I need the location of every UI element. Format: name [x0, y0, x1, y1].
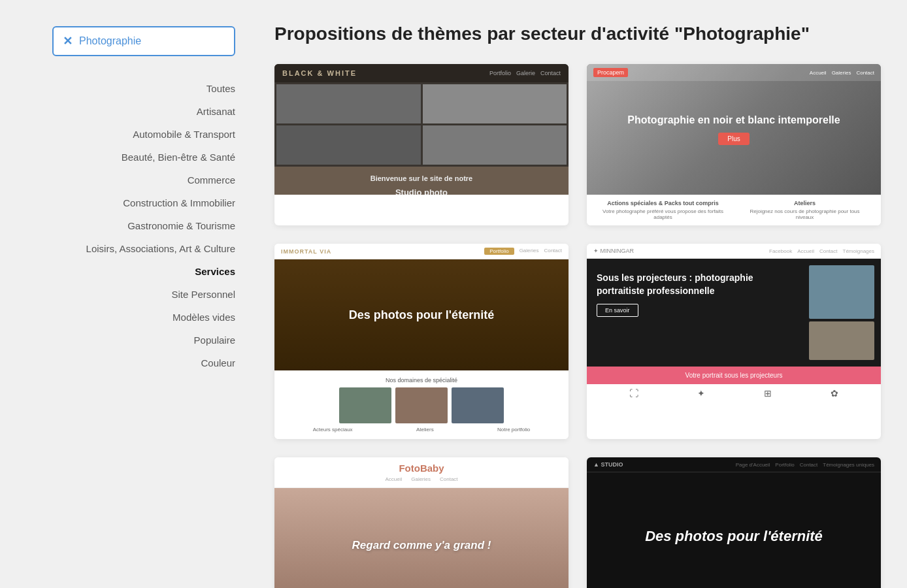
search-value: Photographie: [79, 35, 141, 47]
card2-bottom: Actions spéciales & Packs tout compris V…: [587, 195, 881, 225]
card4-portrait1: [809, 265, 874, 319]
theme-card-6[interactable]: ▲ STUDIO Page d'Accueil Portfolio Contac…: [587, 457, 881, 588]
card5-header: FotoBaby Accueil Galeries Contact: [274, 457, 569, 488]
theme-card-3[interactable]: IMMORTAL VIA Portfolio Galeries Contact …: [274, 244, 569, 439]
card3-thumb2: [395, 387, 448, 423]
card1-header: BLACK & WHITE Portfolio Galerie Contact: [274, 64, 569, 82]
theme-card-1[interactable]: BLACK & WHITE Portfolio Galerie Contact: [274, 64, 569, 225]
card2-col1: Actions spéciales & Packs tout compris V…: [599, 200, 727, 220]
card3-title: Des photos pour l'éternité: [349, 308, 494, 321]
nav-item-construction[interactable]: Construction & Immobilier: [52, 191, 235, 214]
card2-nav: Accueil Galeries Contact: [810, 70, 874, 76]
card3-bottom: Nos domaines de spécialité Acteurs spéci…: [274, 370, 569, 439]
card3-subtitle: Nos domaines de spécialité: [281, 377, 562, 384]
nav-item-commerce[interactable]: Commerce: [52, 169, 235, 191]
card2-cta: Plus: [718, 133, 749, 145]
card1-nav: Portfolio Galerie Contact: [489, 70, 561, 76]
card2-header: Procapem Accueil Galeries Contact: [587, 64, 881, 81]
theme-card-5[interactable]: FotoBaby Accueil Galeries Contact Regard…: [274, 457, 569, 588]
card3-thumb1: [339, 387, 391, 423]
card4-icon3: ⊞: [764, 388, 772, 399]
card4-nav: Facebook Accueil Contact Témoignages: [769, 248, 874, 254]
card6-nav: Page d'Accueil Portfolio Contact Témoign…: [736, 462, 874, 468]
theme-card-4[interactable]: ✦ MINNINGAR Facebook Accueil Contact Tém…: [587, 244, 881, 439]
card4-portrait2: [809, 321, 874, 360]
thumb3: [276, 125, 421, 165]
card3-preview: Des photos pour l'éternité: [274, 259, 569, 370]
card3-logo: IMMORTAL VIA: [281, 248, 331, 255]
nav-item-loisirs[interactable]: Loisirs, Associations, Art & Culture: [52, 237, 235, 260]
theme-card-2[interactable]: Procapem Accueil Galeries Contact Photog…: [587, 64, 881, 225]
thumb1: [276, 84, 421, 123]
sidebar: ✕ Photographie Toutes Artisanat Automobi…: [0, 0, 255, 588]
nav-item-toutes[interactable]: Toutes: [52, 77, 235, 100]
card1-logo: BLACK & WHITE: [282, 69, 357, 77]
card6-logo: ▲ STUDIO: [593, 461, 623, 468]
card4-icon4: ✿: [831, 388, 838, 399]
card2-text: Photographie en noir et blanc intemporel…: [627, 114, 840, 145]
themes-grid: BLACK & WHITE Portfolio Galerie Contact: [274, 64, 881, 588]
card3-labels: Acteurs spéciaux Ateliers Notre portfoli…: [281, 427, 562, 433]
card4-footer-text: Votre portrait sous les projecteurs: [587, 367, 881, 384]
nav-item-gastronomie[interactable]: Gastronomie & Tourisme: [52, 214, 235, 237]
card3-header: IMMORTAL VIA Portfolio Galeries Contact: [274, 244, 569, 259]
card5-logo: FotoBaby: [282, 463, 561, 474]
nav-item-artisanat[interactable]: Artisanat: [52, 100, 235, 123]
nav-item-services[interactable]: Services: [52, 260, 235, 283]
category-nav: Toutes Artisanat Automobile & Transport …: [52, 77, 235, 374]
nav-item-site-personnel[interactable]: Site Personnel: [52, 283, 235, 306]
card4-header: ✦ MINNINGAR Facebook Accueil Contact Tém…: [587, 244, 881, 259]
card2-col2: Ateliers Rejoignez nos cours de photogra…: [741, 200, 868, 220]
card1-subtitle: Bienvenue sur le site de notre: [281, 173, 562, 184]
nav-item-populaire[interactable]: Populaire: [52, 329, 235, 351]
card4-icon1: ⛶: [629, 388, 638, 399]
thumb2: [423, 84, 567, 123]
search-box[interactable]: ✕ Photographie: [52, 26, 235, 56]
card4-left: Sous les projecteurs : photographie port…: [587, 259, 809, 367]
card4-icons: ⛶ ✦ ⊞ ✿: [587, 384, 881, 402]
page-title: Propositions de thèmes par secteur d'act…: [274, 24, 881, 44]
card4-footer-label: Votre portrait sous les projecteurs: [685, 372, 783, 379]
card5-tagline: Regard comme y'a grand !: [352, 539, 491, 552]
card1-preview: BLACK & WHITE Portfolio Galerie Contact: [274, 64, 569, 195]
card2-title: Photographie en noir et blanc intemporel…: [627, 114, 840, 127]
card2-preview: Procapem Accueil Galeries Contact Photog…: [587, 64, 881, 195]
card5-nav: Accueil Galeries Contact: [282, 476, 561, 482]
card3-thumbs: [281, 387, 562, 423]
main-content: Propositions de thèmes par secteur d'act…: [255, 0, 907, 588]
card6-title: Des photos pour l'éternité: [645, 528, 823, 545]
nav-item-modeles-vides[interactable]: Modèles vides: [52, 306, 235, 329]
card3-thumb3: [452, 387, 504, 423]
thumb4: [423, 125, 567, 165]
card6-preview: Des photos pour l'éternité: [587, 472, 881, 588]
card4-cta: En savoir: [597, 304, 638, 317]
card4-preview: Sous les projecteurs : photographie port…: [587, 259, 881, 367]
card4-icon2: ✦: [697, 388, 705, 399]
nav-item-automobile[interactable]: Automobile & Transport: [52, 123, 235, 146]
card3-nav: Portfolio Galeries Contact: [484, 248, 562, 255]
nav-item-beaute[interactable]: Beauté, Bien-être & Santé: [52, 146, 235, 169]
card4-right: [809, 259, 881, 367]
card1-title: Studio photo: [281, 186, 562, 195]
card1-footer: Bienvenue sur le site de notre Studio ph…: [274, 167, 569, 195]
card1-body: [274, 82, 569, 167]
card4-title: Sous les projecteurs : photographie port…: [597, 272, 799, 297]
close-icon: ✕: [63, 34, 73, 48]
card4-logo: ✦ MINNINGAR: [593, 248, 634, 254]
card3-text: Des photos pour l'éternité: [349, 308, 494, 322]
card6-header: ▲ STUDIO Page d'Accueil Portfolio Contac…: [587, 457, 881, 472]
card2-logo-badge: Procapem: [593, 68, 628, 77]
nav-item-couleur[interactable]: Couleur: [52, 351, 235, 374]
card5-preview: Regard comme y'a grand !: [274, 488, 569, 588]
